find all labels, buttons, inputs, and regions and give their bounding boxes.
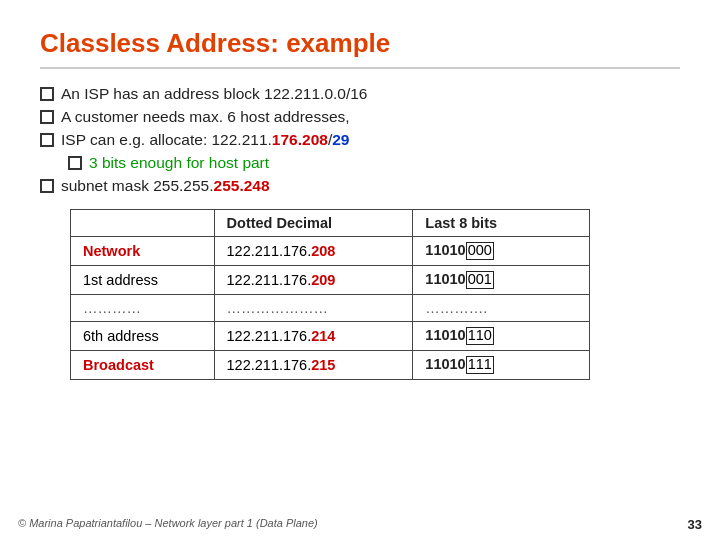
bullet-4-text: subnet mask 255.255.255.248 bbox=[61, 177, 270, 195]
bullet-3: ISP can e.g. allocate: 122.211.176.208/2… bbox=[40, 131, 680, 149]
bullet-4: subnet mask 255.255.255.248 bbox=[40, 177, 680, 195]
bullet-3-text: ISP can e.g. allocate: 122.211.176.208/2… bbox=[61, 131, 349, 149]
bullet-1: An ISP has an address block 122.211.0.0/… bbox=[40, 85, 680, 103]
cell-dots-1: ………… bbox=[71, 294, 215, 321]
checkbox-icon-4 bbox=[40, 179, 54, 193]
cell-broadcast-dotted: 122.211.176.215 bbox=[214, 350, 413, 379]
page-title: Classless Address: example bbox=[40, 28, 680, 69]
cell-dots-3: …………. bbox=[413, 294, 590, 321]
table-row-network: Network 122.211.176.208 11010000 bbox=[71, 237, 590, 266]
table-header-row: Dotted Decimal Last 8 bits bbox=[71, 210, 590, 237]
table-row-sixth: 6th address 122.211.176.214 11010110 bbox=[71, 321, 590, 350]
table-row-dots: ………… ………………… …………. bbox=[71, 294, 590, 321]
bullet-1-text: An ISP has an address block 122.211.0.0/… bbox=[61, 85, 368, 103]
bullet-2-text: A customer needs max. 6 host addresses, bbox=[61, 108, 350, 126]
footer-page-number: 33 bbox=[688, 517, 702, 532]
checkbox-icon-2 bbox=[40, 110, 54, 124]
footer-credit: © Marina Papatriantafilou – Network laye… bbox=[18, 517, 318, 532]
cell-first-dotted: 122.211.176.209 bbox=[214, 265, 413, 294]
checkbox-icon-1 bbox=[40, 87, 54, 101]
bullet-3-sub-text: 3 bits enough for host part bbox=[89, 154, 269, 172]
cell-broadcast-bits: 11010111 bbox=[413, 350, 590, 379]
cell-first-label: 1st address bbox=[71, 265, 215, 294]
cell-sixth-bits: 11010110 bbox=[413, 321, 590, 350]
bullet-3-sub: 3 bits enough for host part bbox=[68, 154, 680, 172]
table-row-broadcast: Broadcast 122.211.176.215 11010111 bbox=[71, 350, 590, 379]
cell-network-bits: 11010000 bbox=[413, 237, 590, 266]
footer: © Marina Papatriantafilou – Network laye… bbox=[0, 517, 720, 532]
bullet-list: An ISP has an address block 122.211.0.0/… bbox=[40, 85, 680, 195]
cell-network-dotted: 122.211.176.208 bbox=[214, 237, 413, 266]
cell-network-label: Network bbox=[71, 237, 215, 266]
cell-sixth-label: 6th address bbox=[71, 321, 215, 350]
table-row-first: 1st address 122.211.176.209 11010001 bbox=[71, 265, 590, 294]
bullet-2: A customer needs max. 6 host addresses, bbox=[40, 108, 680, 126]
col-header-bits: Last 8 bits bbox=[413, 210, 590, 237]
cell-broadcast-label: Broadcast bbox=[71, 350, 215, 379]
cell-sixth-dotted: 122.211.176.214 bbox=[214, 321, 413, 350]
checkbox-icon-3s bbox=[68, 156, 82, 170]
col-header-label bbox=[71, 210, 215, 237]
slide: Classless Address: example An ISP has an… bbox=[0, 0, 720, 540]
checkbox-icon-3 bbox=[40, 133, 54, 147]
cell-dots-2: ………………… bbox=[214, 294, 413, 321]
col-header-dotted: Dotted Decimal bbox=[214, 210, 413, 237]
address-table: Dotted Decimal Last 8 bits Network 122.2… bbox=[70, 209, 590, 380]
cell-first-bits: 11010001 bbox=[413, 265, 590, 294]
